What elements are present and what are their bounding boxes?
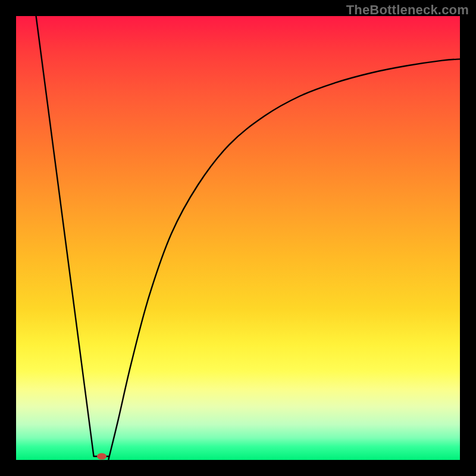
curve-svg [16, 16, 460, 460]
plot-area [16, 16, 460, 460]
optimum-marker [97, 453, 107, 460]
watermark-text: TheBottleneck.com [346, 2, 469, 18]
chart-frame: TheBottleneck.com [0, 0, 476, 476]
bottleneck-curve [36, 16, 460, 459]
